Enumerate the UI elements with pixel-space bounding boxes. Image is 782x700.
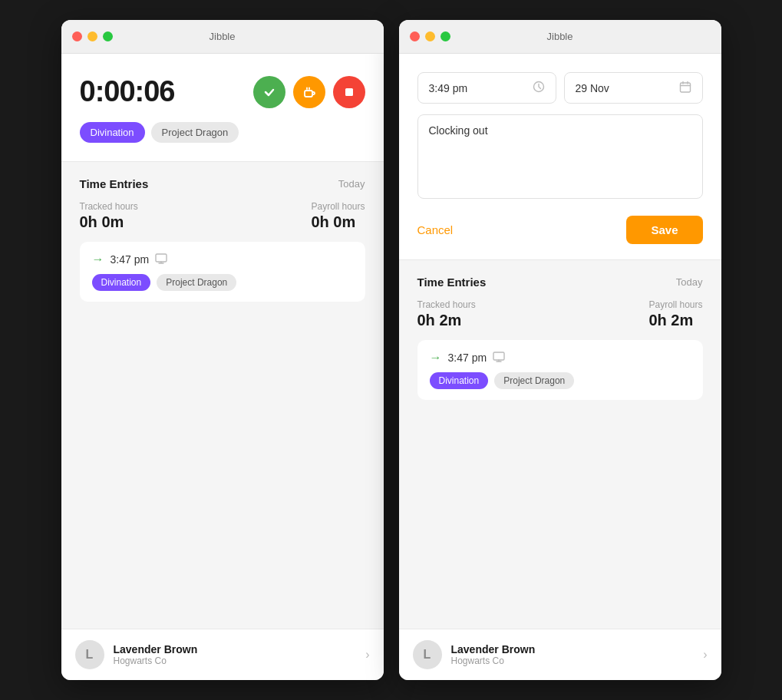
traffic-lights-left bbox=[72, 31, 113, 41]
tracked-hours-left: Tracked hours 0h 0m bbox=[80, 201, 138, 231]
clock-icon bbox=[533, 81, 545, 95]
svg-rect-2 bbox=[156, 254, 167, 262]
entries-date-left: Today bbox=[338, 178, 365, 190]
monitor-icon-left bbox=[155, 253, 167, 266]
entry-divination-tag-left[interactable]: Divination bbox=[92, 274, 151, 291]
time-value: 3:49 pm bbox=[429, 82, 468, 94]
avatar-right: L bbox=[413, 640, 442, 669]
entries-header-right: Time Entries Today bbox=[417, 276, 703, 289]
entries-section-left: Time Entries Today Tracked hours 0h 0m P… bbox=[61, 162, 384, 473]
time-field[interactable]: 3:49 pm bbox=[417, 72, 556, 104]
minimize-button-right[interactable] bbox=[425, 31, 435, 41]
calendar-icon bbox=[679, 81, 691, 95]
left-window-content: 0:00:06 bbox=[61, 54, 384, 680]
coffee-icon bbox=[302, 85, 316, 99]
empty-space-right bbox=[399, 522, 721, 629]
entries-title-right: Time Entries bbox=[417, 276, 487, 289]
svg-rect-0 bbox=[305, 91, 312, 97]
entry-project-dragon-tag-right[interactable]: Project Dragon bbox=[494, 372, 574, 389]
stop-icon bbox=[344, 87, 355, 97]
entry-tags-right: Divination Project Dragon bbox=[430, 372, 691, 389]
payroll-hours-right: Payroll hours 0h 2m bbox=[648, 299, 702, 329]
tracked-hours-right: Tracked hours 0h 2m bbox=[417, 299, 476, 329]
entry-time-row-right: → 3:47 pm bbox=[430, 351, 691, 365]
profile-chevron-right: › bbox=[703, 648, 707, 662]
profile-name-left: Lavender Brown bbox=[114, 643, 198, 655]
profile-bar-right[interactable]: L Lavender Brown Hogwarts Co › bbox=[399, 629, 721, 680]
entry-time-row-left: → 3:47 pm bbox=[92, 253, 353, 266]
minimize-button[interactable] bbox=[87, 31, 97, 41]
maximize-button-right[interactable] bbox=[440, 31, 450, 41]
clockout-section: 3:49 pm 29 Nov bbox=[399, 54, 721, 260]
note-input[interactable]: Clocking out bbox=[417, 114, 703, 199]
empty-space-left bbox=[61, 473, 384, 629]
avatar-left: L bbox=[75, 640, 104, 669]
date-value: 29 Nov bbox=[576, 82, 609, 94]
checkin-icon bbox=[262, 85, 276, 99]
entries-title-left: Time Entries bbox=[80, 177, 149, 190]
profile-text-right: Lavender Brown Hogwarts Co bbox=[451, 643, 536, 666]
right-window-content: 3:49 pm 29 Nov bbox=[399, 54, 721, 680]
save-button[interactable]: Save bbox=[626, 216, 702, 244]
timer-tags-row: Divination Project Dragon bbox=[80, 122, 365, 143]
checkin-button[interactable] bbox=[253, 76, 285, 108]
hours-row-right: Tracked hours 0h 2m Payroll hours 0h 2m bbox=[417, 299, 703, 329]
profile-chevron-left: › bbox=[365, 648, 369, 662]
timer-section: 0:00:06 bbox=[61, 54, 384, 162]
monitor-icon-right bbox=[493, 352, 505, 365]
right-window: Jibble 3:49 pm 29 Nov bbox=[399, 20, 721, 680]
entry-item-left: → 3:47 pm Divination Project Dragon bbox=[80, 242, 365, 302]
window-title-right: Jibble bbox=[547, 31, 573, 42]
entries-header-left: Time Entries Today bbox=[80, 177, 365, 190]
title-bar-left: Jibble bbox=[61, 20, 384, 54]
entry-arrow-icon-right: → bbox=[430, 351, 442, 365]
entry-item-right: → 3:47 pm Divination Project Dragon bbox=[417, 340, 703, 400]
project-dragon-tag[interactable]: Project Dragon bbox=[151, 122, 239, 143]
left-window: Jibble 0:00:06 bbox=[61, 20, 384, 680]
entries-date-right: Today bbox=[676, 276, 703, 288]
payroll-value-left: 0h 0m bbox=[311, 213, 365, 231]
tracked-label-right: Tracked hours bbox=[417, 299, 476, 310]
payroll-label-right: Payroll hours bbox=[648, 299, 702, 310]
cancel-button[interactable]: Cancel bbox=[417, 223, 454, 236]
maximize-button[interactable] bbox=[103, 31, 113, 41]
timer-row: 0:00:06 bbox=[80, 75, 365, 108]
payroll-hours-left: Payroll hours 0h 0m bbox=[311, 201, 365, 231]
title-bar-right: Jibble bbox=[399, 20, 721, 54]
entries-section-right: Time Entries Today Tracked hours 0h 2m P… bbox=[399, 260, 721, 522]
profile-bar-left[interactable]: L Lavender Brown Hogwarts Co › bbox=[61, 629, 384, 680]
entry-arrow-icon-left: → bbox=[92, 253, 104, 266]
close-button[interactable] bbox=[72, 31, 82, 41]
close-button-right[interactable] bbox=[410, 31, 420, 41]
tracked-value-left: 0h 0m bbox=[80, 213, 138, 231]
payroll-value-right: 0h 2m bbox=[648, 312, 702, 329]
hours-row-left: Tracked hours 0h 0m Payroll hours 0h 0m bbox=[80, 201, 365, 231]
coffee-button[interactable] bbox=[293, 76, 325, 108]
svg-rect-5 bbox=[493, 352, 504, 360]
datetime-row: 3:49 pm 29 Nov bbox=[417, 72, 703, 104]
svg-rect-1 bbox=[345, 88, 353, 96]
profile-info-right: L Lavender Brown Hogwarts Co bbox=[413, 640, 536, 669]
tracked-value-right: 0h 2m bbox=[417, 312, 476, 329]
entry-time-right: 3:47 pm bbox=[448, 352, 487, 364]
timer-controls bbox=[253, 76, 365, 108]
profile-text-left: Lavender Brown Hogwarts Co bbox=[114, 643, 198, 666]
timer-display: 0:00:06 bbox=[80, 75, 175, 108]
tracked-label-left: Tracked hours bbox=[80, 201, 138, 212]
traffic-lights-right bbox=[410, 31, 450, 41]
date-field[interactable]: 29 Nov bbox=[564, 72, 703, 104]
profile-company-left: Hogwarts Co bbox=[114, 655, 198, 666]
profile-company-right: Hogwarts Co bbox=[451, 655, 536, 666]
divination-tag[interactable]: Divination bbox=[80, 122, 145, 143]
stop-button[interactable] bbox=[333, 76, 365, 108]
entry-time-left: 3:47 pm bbox=[111, 253, 150, 266]
action-row: Cancel Save bbox=[417, 216, 703, 244]
payroll-label-left: Payroll hours bbox=[311, 201, 365, 212]
entry-divination-tag-right[interactable]: Divination bbox=[430, 372, 489, 389]
entry-project-dragon-tag-left[interactable]: Project Dragon bbox=[157, 274, 236, 291]
svg-rect-4 bbox=[680, 83, 690, 92]
window-title-left: Jibble bbox=[210, 31, 236, 42]
profile-info-left: L Lavender Brown Hogwarts Co bbox=[75, 640, 198, 669]
entry-tags-left: Divination Project Dragon bbox=[92, 274, 353, 291]
profile-name-right: Lavender Brown bbox=[451, 643, 536, 655]
